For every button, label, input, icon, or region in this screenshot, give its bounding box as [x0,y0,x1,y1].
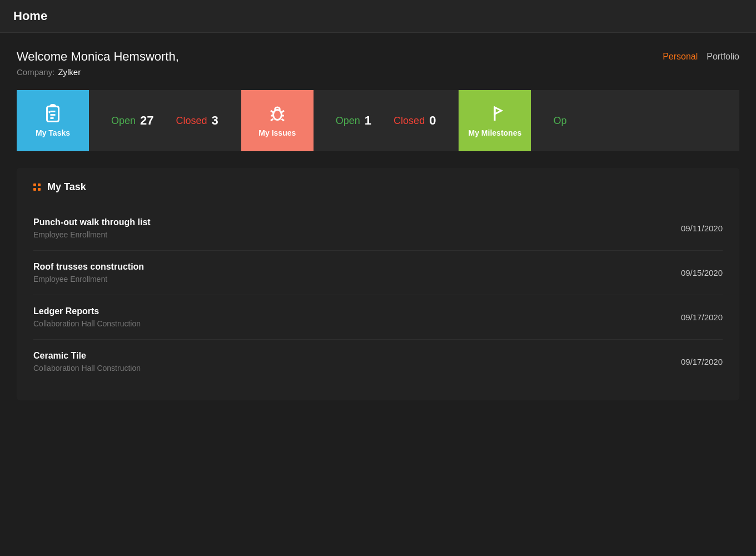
grid-dot-1 [33,183,36,186]
tasks-closed-count: 3 [212,113,218,128]
svg-point-4 [273,110,281,120]
welcome-left: Welcome Monica Hemsworth, Company: Zylke… [17,49,179,77]
main-content: Welcome Monica Hemsworth, Company: Zylke… [0,33,756,400]
header-title: Home [13,9,47,23]
svg-line-6 [281,111,284,112]
svg-line-5 [271,111,273,112]
welcome-row: Welcome Monica Hemsworth, Company: Zylke… [17,49,739,77]
tasks-numbers: Open 27 Closed 3 [89,113,241,128]
task-item[interactable]: Punch-out walk through list Employee Enr… [33,206,723,251]
issues-numbers: Open 1 Closed 0 [314,113,459,128]
issues-closed-count: 0 [429,113,436,128]
task-item[interactable]: Ledger Reports Collaboration Hall Constr… [33,295,723,340]
task-section: My Task Punch-out walk through list Empl… [17,168,739,400]
issues-icon-label: My Issues [258,128,296,137]
milestones-open-item: Op [553,115,566,127]
grid-dot-2 [38,183,41,186]
issues-icon [267,104,287,124]
issues-icon-block: My Issues [241,90,314,151]
tasks-open-count: 27 [140,113,153,128]
company-name: Zylker [58,67,81,77]
company-row: Company: Zylker [17,67,179,77]
task-info: Ceramic Tile Collaboration Hall Construc… [33,351,141,373]
task-date: 09/15/2020 [681,268,723,277]
milestones-open-label: Op [553,115,566,127]
task-name: Roof trusses construction [33,262,144,272]
issues-closed-item: Closed 0 [394,113,436,128]
section-header: My Task [33,181,723,193]
task-project: Employee Enrollment [33,275,144,284]
grid-dot-3 [33,188,36,191]
milestones-icon-block: My Milestones [459,90,531,151]
task-name: Punch-out walk through list [33,217,151,227]
issues-open-item: Open 1 [336,113,371,128]
task-project: Collaboration Hall Construction [33,364,141,373]
svg-line-9 [271,119,273,121]
task-item[interactable]: Roof trusses construction Employee Enrol… [33,251,723,295]
grid-dot-4 [38,188,41,191]
task-date: 09/11/2020 [681,224,723,233]
tasks-open-label: Open [111,115,136,127]
personal-view-button[interactable]: Personal [663,52,698,62]
task-name: Ceramic Tile [33,351,141,361]
milestones-numbers: Op [531,115,739,127]
tasks-open-item: Open 27 [111,113,154,128]
issues-open-label: Open [336,115,360,127]
tasks-stat-card[interactable]: My Tasks Open 27 Closed 3 [17,90,241,151]
issues-closed-label: Closed [394,115,425,127]
task-name: Ledger Reports [33,306,141,316]
view-switcher: Personal Portfolio [663,49,739,62]
task-info: Roof trusses construction Employee Enrol… [33,262,144,284]
section-title: My Task [47,181,86,193]
task-date: 09/17/2020 [681,312,723,322]
svg-line-10 [281,119,284,121]
welcome-text: Welcome Monica Hemsworth, [17,49,179,64]
issues-open-count: 1 [365,113,371,128]
tasks-closed-label: Closed [176,115,207,127]
task-info: Ledger Reports Collaboration Hall Constr… [33,306,141,328]
issues-stat-card[interactable]: My Issues Open 1 Closed 0 [241,90,459,151]
task-date: 09/17/2020 [681,357,723,366]
grid-icon [33,183,41,191]
company-label: Company: [17,67,54,77]
task-info: Punch-out walk through list Employee Enr… [33,217,151,239]
milestones-stat-card[interactable]: My Milestones Op [459,90,739,151]
stats-row: My Tasks Open 27 Closed 3 [17,90,739,151]
tasks-icon-block: My Tasks [17,90,89,151]
milestones-icon [485,104,505,124]
tasks-icon [43,104,63,124]
milestones-icon-label: My Milestones [469,128,522,137]
task-list: Punch-out walk through list Employee Enr… [33,206,723,384]
task-project: Collaboration Hall Construction [33,319,141,328]
portfolio-view-button[interactable]: Portfolio [707,52,739,62]
tasks-closed-item: Closed 3 [176,113,218,128]
task-project: Employee Enrollment [33,230,151,239]
task-item[interactable]: Ceramic Tile Collaboration Hall Construc… [33,340,723,384]
header: Home [0,0,756,33]
tasks-icon-label: My Tasks [36,128,70,137]
